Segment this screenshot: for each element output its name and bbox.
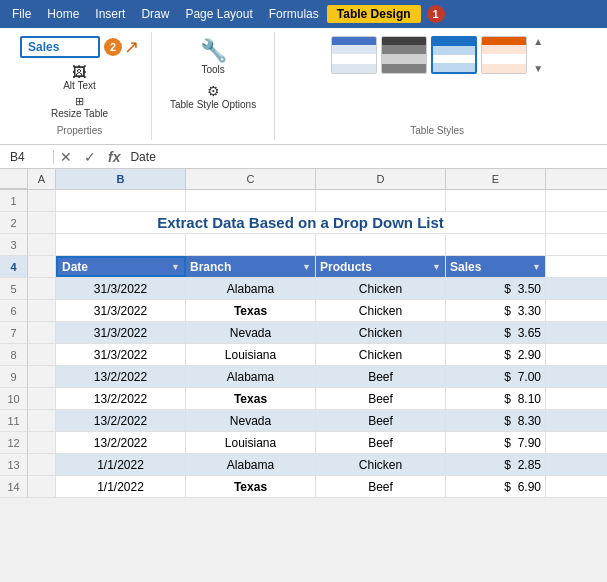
resize-table-btn[interactable]: ⊞ Resize Table: [45, 93, 114, 121]
formula-confirm-icon[interactable]: ✓: [78, 149, 102, 165]
cell-c1[interactable]: [186, 190, 316, 211]
col-header-d[interactable]: D: [316, 169, 446, 189]
tools-btn[interactable]: 🔧 Tools: [194, 36, 233, 77]
cell-a3[interactable]: [28, 234, 56, 255]
dropdown-arrow-branch[interactable]: ▼: [302, 262, 311, 272]
cell-a12[interactable]: [28, 432, 56, 453]
cell-e13[interactable]: $ 2.85: [446, 454, 546, 475]
cell-c8[interactable]: Louisiana: [186, 344, 316, 365]
row-num-1: 1: [0, 190, 28, 211]
table-style-2[interactable]: [381, 36, 427, 74]
cell-a4[interactable]: [28, 256, 56, 277]
cell-d10[interactable]: Beef: [316, 388, 446, 409]
cell-e11[interactable]: $ 8.30: [446, 410, 546, 431]
table-style-1[interactable]: [331, 36, 377, 74]
cell-d12[interactable]: Beef: [316, 432, 446, 453]
cell-c10[interactable]: Texas: [186, 388, 316, 409]
styles-scroll-down[interactable]: ▼: [533, 63, 543, 74]
cell-b4-header[interactable]: Date ▼: [56, 256, 186, 277]
cell-c6[interactable]: Texas: [186, 300, 316, 321]
cell-b7[interactable]: 31/3/2022: [56, 322, 186, 343]
cell-a9[interactable]: [28, 366, 56, 387]
table-style-options-btn[interactable]: ⚙ Table Style Options: [164, 81, 262, 112]
cell-a13[interactable]: [28, 454, 56, 475]
cell-e14[interactable]: $ 6.90: [446, 476, 546, 497]
menu-formulas[interactable]: Formulas: [261, 5, 327, 23]
table-style-3[interactable]: [431, 36, 477, 74]
cell-c3[interactable]: [186, 234, 316, 255]
cell-c13[interactable]: Alabama: [186, 454, 316, 475]
cell-d1[interactable]: [316, 190, 446, 211]
cell-b9[interactable]: 13/2/2022: [56, 366, 186, 387]
cell-e9[interactable]: $ 7.00: [446, 366, 546, 387]
cell-d7[interactable]: Chicken: [316, 322, 446, 343]
cell-e4-header[interactable]: Sales ▼: [446, 256, 546, 277]
cell-e8[interactable]: $ 2.90: [446, 344, 546, 365]
cell-b1[interactable]: [56, 190, 186, 211]
table-name-input[interactable]: Sales: [20, 36, 100, 58]
col-header-c[interactable]: C: [186, 169, 316, 189]
cell-d14[interactable]: Beef: [316, 476, 446, 497]
cell-d8[interactable]: Chicken: [316, 344, 446, 365]
cell-b5[interactable]: 31/3/2022: [56, 278, 186, 299]
cell-a5[interactable]: [28, 278, 56, 299]
cell-e3[interactable]: [446, 234, 546, 255]
menu-draw[interactable]: Draw: [133, 5, 177, 23]
cell-b12[interactable]: 13/2/2022: [56, 432, 186, 453]
cell-d11[interactable]: Beef: [316, 410, 446, 431]
cell-a6[interactable]: [28, 300, 56, 321]
cell-b10[interactable]: 13/2/2022: [56, 388, 186, 409]
cell-b6[interactable]: 31/3/2022: [56, 300, 186, 321]
cell-a10[interactable]: [28, 388, 56, 409]
cell-d9[interactable]: Beef: [316, 366, 446, 387]
table-style-4[interactable]: [481, 36, 527, 74]
cell-a7[interactable]: [28, 322, 56, 343]
cell-a11[interactable]: [28, 410, 56, 431]
formula-cancel-icon[interactable]: ✕: [54, 149, 78, 165]
cell-b11[interactable]: 13/2/2022: [56, 410, 186, 431]
col-header-e[interactable]: E: [446, 169, 546, 189]
dropdown-arrow-date[interactable]: ▼: [171, 262, 180, 272]
dropdown-arrow-sales[interactable]: ▼: [532, 262, 541, 272]
menu-table-design[interactable]: Table Design: [327, 5, 421, 23]
cell-d3[interactable]: [316, 234, 446, 255]
cell-c12[interactable]: Louisiana: [186, 432, 316, 453]
cell-e12[interactable]: $ 7.90: [446, 432, 546, 453]
cell-b8[interactable]: 31/3/2022: [56, 344, 186, 365]
cell-d4-header[interactable]: Products ▼: [316, 256, 446, 277]
cell-a2[interactable]: [28, 212, 56, 233]
alt-text-btn[interactable]: 🖼 Alt Text: [57, 62, 102, 93]
cell-b13[interactable]: 1/1/2022: [56, 454, 186, 475]
cell-e6[interactable]: $ 3.30: [446, 300, 546, 321]
cell-d13[interactable]: Chicken: [316, 454, 446, 475]
cell-c5[interactable]: Alabama: [186, 278, 316, 299]
cell-a1[interactable]: [28, 190, 56, 211]
cell-e5[interactable]: $ 3.50: [446, 278, 546, 299]
col-header-b[interactable]: B: [56, 169, 186, 189]
menu-home[interactable]: Home: [39, 5, 87, 23]
cell-a8[interactable]: [28, 344, 56, 365]
menu-insert[interactable]: Insert: [87, 5, 133, 23]
dropdown-arrow-products[interactable]: ▼: [432, 262, 441, 272]
cell-d6[interactable]: Chicken: [316, 300, 446, 321]
cell-c11[interactable]: Nevada: [186, 410, 316, 431]
cell-e1[interactable]: [446, 190, 546, 211]
col-header-a[interactable]: A: [28, 169, 56, 189]
cell-e10[interactable]: $ 8.10: [446, 388, 546, 409]
styles-scroll-up[interactable]: ▲: [533, 36, 543, 47]
cell-c4-header[interactable]: Branch ▼: [186, 256, 316, 277]
cell-b2-title[interactable]: Extract Data Based on a Drop Down List: [56, 212, 546, 233]
table-styles-label: Table Styles: [410, 121, 464, 136]
menu-file[interactable]: File: [4, 5, 39, 23]
cell-b3[interactable]: [56, 234, 186, 255]
cell-c14[interactable]: Texas: [186, 476, 316, 497]
cell-reference[interactable]: B4: [4, 150, 54, 164]
cell-a14[interactable]: [28, 476, 56, 497]
menu-page-layout[interactable]: Page Layout: [177, 5, 260, 23]
cell-e7[interactable]: $ 3.65: [446, 322, 546, 343]
formula-fx-icon[interactable]: fx: [102, 149, 126, 165]
cell-c9[interactable]: Alabama: [186, 366, 316, 387]
cell-c7[interactable]: Nevada: [186, 322, 316, 343]
cell-d5[interactable]: Chicken: [316, 278, 446, 299]
cell-b14[interactable]: 1/1/2022: [56, 476, 186, 497]
